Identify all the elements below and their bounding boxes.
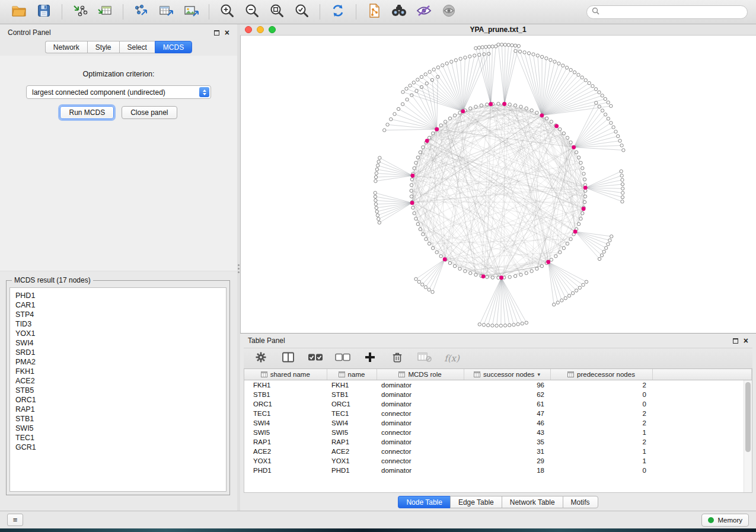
- table-settings-button[interactable]: [253, 351, 269, 366]
- unchecked-boxes-icon: [335, 352, 350, 364]
- tab-network[interactable]: Network: [45, 41, 87, 53]
- tab-node-table[interactable]: Node Table: [398, 496, 450, 508]
- tab-select[interactable]: Select: [119, 41, 155, 53]
- import-network-button[interactable]: [69, 2, 91, 21]
- mcds-result-item[interactable]: ACE2: [15, 376, 226, 386]
- mcds-result-list[interactable]: PHD1CAR1STP4TID3YOX1SWI4SRD1PMA2FKH1ACE2…: [9, 287, 227, 492]
- table-header-row: shared name name MCDS role successor nod…: [244, 369, 752, 380]
- close-panel-button[interactable]: Close panel: [122, 106, 177, 119]
- column-header-successor-nodes[interactable]: successor nodes▾: [464, 369, 550, 380]
- tab-motifs[interactable]: Motifs: [563, 496, 598, 508]
- mcds-result-item[interactable]: GCR1: [15, 443, 226, 452]
- function-builder-button-disabled: f(x): [444, 351, 460, 366]
- criterion-selected-value: largest connected component (undirected): [32, 88, 165, 97]
- table-row[interactable]: YOX1YOX1connector291: [244, 456, 752, 466]
- apply-layout-button[interactable]: [327, 2, 349, 21]
- status-bar: ≡ Memory: [0, 511, 756, 528]
- network-titlebar[interactable]: YPA_prune.txt_1: [240, 24, 756, 36]
- table-row[interactable]: SWI5SWI5connector431: [244, 428, 752, 437]
- mcds-result-item[interactable]: TEC1: [15, 433, 226, 443]
- mcds-result-item[interactable]: PHD1: [15, 291, 226, 300]
- plus-icon: [365, 352, 375, 365]
- table-row[interactable]: RAP1RAP1dominator352: [244, 437, 752, 447]
- zoom-selected-button[interactable]: [291, 2, 312, 21]
- column-header-predecessor-nodes[interactable]: predecessor nodes: [550, 369, 652, 380]
- clone-network-button[interactable]: [363, 2, 385, 21]
- close-table-panel-icon[interactable]: ×: [744, 338, 748, 344]
- magnifier-fit-icon: [269, 3, 285, 21]
- mcds-result-item[interactable]: CAR1: [15, 300, 226, 310]
- float-panel-icon[interactable]: [214, 30, 219, 36]
- column-header-name[interactable]: name: [327, 369, 377, 380]
- mcds-result-item[interactable]: PMA2: [15, 357, 226, 367]
- open-file-button[interactable]: [8, 2, 30, 21]
- mcds-result-item[interactable]: STB5: [15, 386, 226, 395]
- mcds-result-item[interactable]: RAP1: [15, 405, 226, 414]
- magnifier-minus-icon: [244, 3, 260, 21]
- mcds-result-item[interactable]: STP4: [15, 310, 226, 319]
- find-button[interactable]: [388, 2, 410, 21]
- run-mcds-button[interactable]: Run MCDS: [60, 106, 114, 119]
- mcds-result-item[interactable]: SRD1: [15, 348, 226, 357]
- zoom-in-button[interactable]: [216, 2, 238, 21]
- table-row[interactable]: STB1STB1dominator620: [244, 390, 752, 399]
- checked-boxes-icon: [308, 352, 323, 364]
- select-all-button[interactable]: [308, 351, 323, 366]
- float-table-panel-icon[interactable]: [733, 338, 738, 344]
- mcds-result-item[interactable]: SWI4: [15, 338, 226, 348]
- tab-style[interactable]: Style: [87, 41, 119, 53]
- table-row[interactable]: FKH1FKH1dominator962: [244, 380, 752, 390]
- table-row[interactable]: PHD1PHD1dominator180: [244, 466, 752, 475]
- search-box[interactable]: [586, 5, 748, 19]
- export-image-button[interactable]: [180, 2, 202, 21]
- tab-edge-table[interactable]: Edge Table: [450, 496, 502, 508]
- table-row[interactable]: ACE2ACE2connector311: [244, 447, 752, 456]
- tab-mcds[interactable]: MCDS: [155, 41, 192, 53]
- column-header-shared-name[interactable]: shared name: [244, 369, 327, 380]
- column-type-icon: [339, 371, 345, 377]
- mcds-result-item[interactable]: ORC1: [15, 395, 226, 405]
- mcds-result-item[interactable]: FKH1: [15, 367, 226, 376]
- table-row[interactable]: TEC1TEC1connector472: [244, 409, 752, 418]
- table-tab-bar: Node Table Edge Table Network Table Moti…: [240, 493, 756, 511]
- save-session-button[interactable]: [33, 2, 55, 21]
- optimization-criterion-label: Optimization criterion:: [83, 70, 155, 78]
- mcds-result-item[interactable]: YOX1: [15, 329, 226, 338]
- table-scrollbar[interactable]: [744, 380, 752, 492]
- close-panel-icon[interactable]: ×: [225, 30, 229, 36]
- export-network-button[interactable]: [130, 2, 152, 21]
- table-row[interactable]: ORC1ORC1dominator610: [244, 399, 752, 409]
- criterion-select[interactable]: largest connected component (undirected): [26, 85, 211, 99]
- import-table-button[interactable]: [94, 2, 116, 21]
- control-panel-title: Control Panel: [8, 28, 51, 37]
- sort-descending-icon: ▾: [537, 371, 540, 377]
- eye-icon: [442, 4, 456, 20]
- zoom-fit-button[interactable]: [266, 2, 288, 21]
- scrollbar-thumb[interactable]: [745, 382, 751, 452]
- show-hidden-button[interactable]: [438, 2, 460, 21]
- memory-button[interactable]: Memory: [701, 514, 749, 527]
- task-menu-button[interactable]: ≡: [7, 514, 23, 526]
- network-canvas[interactable]: [240, 36, 756, 333]
- export-table-button[interactable]: [155, 2, 177, 21]
- node-table: shared name name MCDS role successor nod…: [244, 369, 752, 475]
- add-column-button[interactable]: [362, 351, 378, 366]
- tab-network-table[interactable]: Network Table: [502, 496, 563, 508]
- hamburger-icon: ≡: [13, 515, 18, 524]
- hide-selected-button[interactable]: [413, 2, 435, 21]
- zoom-out-button[interactable]: [241, 2, 263, 21]
- mcds-result-item[interactable]: TID3: [15, 319, 226, 329]
- column-header-mcds-role[interactable]: MCDS role: [377, 369, 464, 380]
- mcds-result-item[interactable]: SWI5: [15, 424, 226, 433]
- network-graph[interactable]: [241, 36, 756, 333]
- table-panel: Table Panel ×: [240, 333, 756, 511]
- search-input[interactable]: [602, 8, 742, 16]
- mcds-result-item[interactable]: STB1: [15, 414, 226, 424]
- select-columns-button[interactable]: [280, 351, 296, 366]
- control-panel: Control Panel × Network Style Select MCD…: [0, 24, 237, 511]
- mcds-result-fieldset: MCDS result (17 nodes) PHD1CAR1STP4TID3Y…: [6, 276, 230, 495]
- select-stepper-icon: [199, 87, 209, 97]
- deselect-all-button[interactable]: [335, 351, 350, 366]
- delete-column-button[interactable]: [390, 351, 405, 366]
- table-row[interactable]: SWI4SWI4dominator462: [244, 418, 752, 428]
